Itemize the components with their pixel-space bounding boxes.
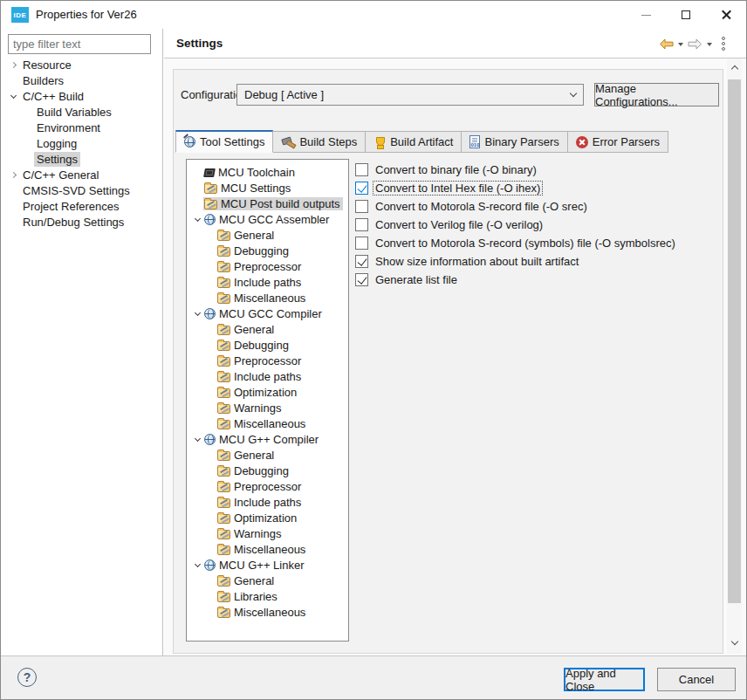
tree-item-optimization[interactable]: Optimization [187, 510, 348, 525]
help-icon[interactable]: ? [17, 668, 37, 687]
maximize-button[interactable] [666, 1, 706, 29]
sidebar-item-run-debug[interactable]: Run/Debug Settings [1, 214, 162, 230]
checkbox-checked[interactable] [355, 255, 368, 268]
tree-item-mcu-toolchain[interactable]: MCU Toolchain [187, 164, 348, 180]
folder-tools-icon [217, 546, 230, 555]
tree-item-mcu-post-build-outputs[interactable]: MCU Post build outputs [187, 196, 348, 211]
tree-item-general[interactable]: General [187, 573, 348, 588]
sidebar-item-project-references[interactable]: Project References [1, 198, 162, 214]
chevron-down-icon[interactable] [10, 92, 16, 98]
option-show-size-info[interactable]: Show size information about built artifa… [355, 252, 677, 271]
tree-item-miscellaneous[interactable]: Miscellaneous [187, 290, 348, 305]
checkbox-checked[interactable] [355, 182, 368, 195]
tab-build-artifact[interactable]: Build Artifact [366, 131, 462, 153]
sidebar-item-environment[interactable]: Environment [1, 120, 162, 135]
apply-and-close-button[interactable]: Apply and Close [564, 668, 645, 691]
chevron-down-icon[interactable] [195, 309, 201, 315]
option-convert-intel-hex[interactable]: Convert to Intel Hex file (-O ihex) [355, 179, 677, 197]
tree-item-mcu-gcc-compiler[interactable]: MCU GCC Compiler [187, 305, 348, 321]
tree-item-general[interactable]: General [187, 227, 348, 243]
sidebar-item-settings[interactable]: Settings [1, 151, 162, 167]
sidebar-item-cpp-general[interactable]: C/C++ General [1, 167, 162, 182]
option-convert-motorola-srec[interactable]: Convert to Motorola S-record file (-O sr… [355, 197, 677, 216]
tree-item-general[interactable]: General [187, 321, 348, 337]
filter-input[interactable] [8, 34, 151, 54]
app-icon: IDE [11, 7, 29, 23]
tree-item-warnings[interactable]: Warnings [187, 400, 348, 415]
tree-item-debugging[interactable]: Debugging [187, 463, 348, 478]
folder-tools-icon [217, 247, 230, 257]
tree-item-preprocessor[interactable]: Preprocessor [187, 258, 348, 274]
back-arrow-icon[interactable] [659, 38, 674, 50]
tree-item-miscellaneous[interactable]: Miscellaneous [187, 541, 348, 557]
folder-tools-icon [204, 200, 217, 209]
tree-item-libraries[interactable]: Libraries [187, 588, 348, 604]
chevron-right-icon[interactable] [10, 61, 16, 67]
scroll-up-icon[interactable] [727, 60, 742, 75]
trophy-icon [374, 136, 386, 148]
tree-item-general[interactable]: General [187, 447, 348, 463]
content-scrollbar[interactable] [727, 58, 742, 654]
folder-tools-icon [217, 498, 230, 508]
chevron-down-icon[interactable] [195, 215, 201, 221]
checkbox-unchecked[interactable] [355, 163, 368, 176]
tab-tool-settings[interactable]: Tool Settings [175, 130, 273, 153]
checkbox-unchecked[interactable] [355, 218, 368, 231]
configuration-select[interactable]: Debug [ Active ] [236, 84, 584, 106]
tree-item-debugging[interactable]: Debugging [187, 243, 348, 258]
cancel-button[interactable]: Cancel [657, 668, 736, 691]
folder-tools-icon [217, 294, 230, 304]
tree-item-warnings[interactable]: Warnings [187, 525, 348, 541]
error-circle-icon [576, 136, 588, 148]
folder-tools-icon [217, 451, 230, 461]
tree-item-mcu-gpp-linker[interactable]: MCU G++ Linker [187, 557, 348, 573]
manage-configurations-button[interactable]: Manage Configurations... [594, 83, 719, 106]
close-button[interactable] [706, 1, 746, 29]
back-dropdown-caret[interactable] [678, 43, 683, 46]
option-convert-motorola-symbolsrec[interactable]: Convert to Motorola S-record (symbols) f… [355, 234, 677, 252]
sidebar-item-resource[interactable]: Resource [1, 57, 162, 72]
tab-binary-parsers[interactable]: Binary Parsers [462, 131, 567, 153]
minimize-button[interactable] [626, 1, 666, 29]
folder-tools-icon [217, 341, 230, 351]
tree-item-include-paths[interactable]: Include paths [187, 368, 348, 384]
tree-item-mcu-gpp-compiler[interactable]: MCU G++ Compiler [187, 431, 348, 447]
tree-item-preprocessor[interactable]: Preprocessor [187, 353, 348, 368]
folder-tools-icon [217, 388, 230, 398]
tree-item-mcu-settings[interactable]: MCU Settings [187, 180, 348, 196]
sidebar-item-builders[interactable]: Builders [1, 72, 162, 88]
option-convert-verilog[interactable]: Convert to Verilog file (-O verilog) [355, 216, 677, 234]
tree-item-preprocessor[interactable]: Preprocessor [187, 478, 348, 494]
tree-item-miscellaneous[interactable]: Miscellaneous [187, 604, 348, 620]
view-menu-icon[interactable] [722, 37, 725, 51]
tab-error-parsers[interactable]: Error Parsers [568, 131, 668, 153]
tree-item-mcu-gcc-assembler[interactable]: MCU GCC Assembler [187, 211, 348, 227]
forward-dropdown-caret[interactable] [707, 43, 712, 46]
option-generate-list-file[interactable]: Generate list file [355, 271, 677, 289]
selected-tree-item: MCU Post build outputs [203, 197, 343, 210]
tree-item-miscellaneous[interactable]: Miscellaneous [187, 415, 348, 431]
tree-item-optimization[interactable]: Optimization [187, 384, 348, 400]
scrollbar-thumb[interactable] [728, 79, 741, 603]
sidebar-item-cmsis-svd[interactable]: CMSIS-SVD Settings [1, 182, 162, 198]
sidebar-item-cpp-build[interactable]: C/C++ Build [1, 88, 162, 104]
checkbox-checked[interactable] [355, 273, 368, 286]
titlebar: IDE Properties for Ver26 [1, 1, 746, 29]
option-convert-binary[interactable]: Convert to binary file (-O binary) [355, 161, 677, 179]
sidebar-item-build-variables[interactable]: Build Variables [1, 104, 162, 120]
scroll-down-icon[interactable] [727, 635, 742, 650]
chevron-down-icon[interactable] [195, 435, 201, 441]
tree-item-debugging[interactable]: Debugging [187, 337, 348, 353]
folder-tools-icon [217, 593, 230, 602]
tree-item-include-paths[interactable]: Include paths [187, 494, 348, 510]
checkbox-unchecked[interactable] [355, 200, 368, 213]
chevron-right-icon[interactable] [10, 171, 16, 177]
sidebar-item-logging[interactable]: Logging [1, 135, 162, 151]
checkbox-unchecked[interactable] [355, 237, 368, 250]
chevron-down-icon[interactable] [195, 560, 201, 566]
folder-tools-icon [217, 514, 230, 524]
forward-arrow-icon[interactable] [688, 38, 702, 50]
hammer-icon [281, 135, 295, 148]
tree-item-include-paths[interactable]: Include paths [187, 274, 348, 290]
tab-build-steps[interactable]: Build Steps [273, 131, 366, 153]
